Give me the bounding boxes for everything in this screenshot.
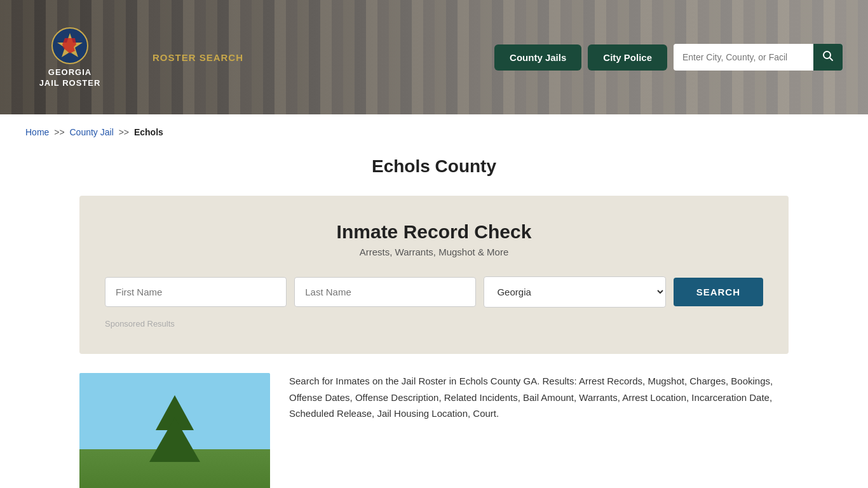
state-select[interactable]: Georgia Alabama Florida Tennessee	[484, 276, 665, 308]
roster-search-nav[interactable]: ROSTER SEARCH	[153, 52, 243, 63]
bottom-description: Search for Inmates on the Jail Roster in…	[289, 373, 789, 422]
header-search-button[interactable]	[813, 44, 843, 71]
header-search-input[interactable]	[674, 46, 813, 69]
search-record-button[interactable]: SEARCH	[674, 278, 763, 306]
header-content: GEORGIA JAIL ROSTER ROSTER SEARCH County…	[0, 0, 868, 114]
logo-subtitle: JAIL ROSTER	[39, 78, 101, 88]
bottom-section: Search for Inmates on the Jail Roster in…	[0, 354, 868, 488]
breadcrumb-current: Echols	[134, 127, 163, 137]
breadcrumb-sep2: >>	[119, 127, 129, 137]
svg-line-3	[830, 58, 833, 61]
record-check-section: Inmate Record Check Arrests, Warrants, M…	[79, 196, 789, 354]
first-name-input[interactable]	[105, 277, 287, 307]
page-title: Echols County	[0, 156, 868, 177]
logo-area: GEORGIA JAIL ROSTER	[25, 27, 114, 88]
page-title-area: Echols County	[0, 156, 868, 177]
header: GEORGIA JAIL ROSTER ROSTER SEARCH County…	[0, 0, 868, 114]
georgia-seal-icon	[51, 27, 89, 65]
county-image	[79, 373, 270, 488]
header-right: County Jails City Police	[494, 44, 843, 71]
last-name-input[interactable]	[294, 277, 476, 307]
breadcrumb-county-jail[interactable]: County Jail	[70, 127, 114, 137]
sponsored-results-label: Sponsored Results	[105, 319, 763, 329]
record-check-subtitle: Arrests, Warrants, Mugshot & More	[105, 247, 763, 257]
breadcrumb-home[interactable]: Home	[25, 127, 49, 137]
header-search-box	[674, 44, 843, 71]
city-police-button[interactable]: City Police	[588, 44, 667, 71]
logo-title: GEORGIA	[48, 67, 92, 78]
record-check-title: Inmate Record Check	[105, 221, 763, 243]
breadcrumb: Home >> County Jail >> Echols	[0, 114, 868, 150]
search-icon	[822, 50, 834, 62]
record-check-form: Georgia Alabama Florida Tennessee SEARCH	[105, 276, 763, 308]
county-jails-button[interactable]: County Jails	[494, 44, 581, 71]
breadcrumb-sep1: >>	[54, 127, 64, 137]
